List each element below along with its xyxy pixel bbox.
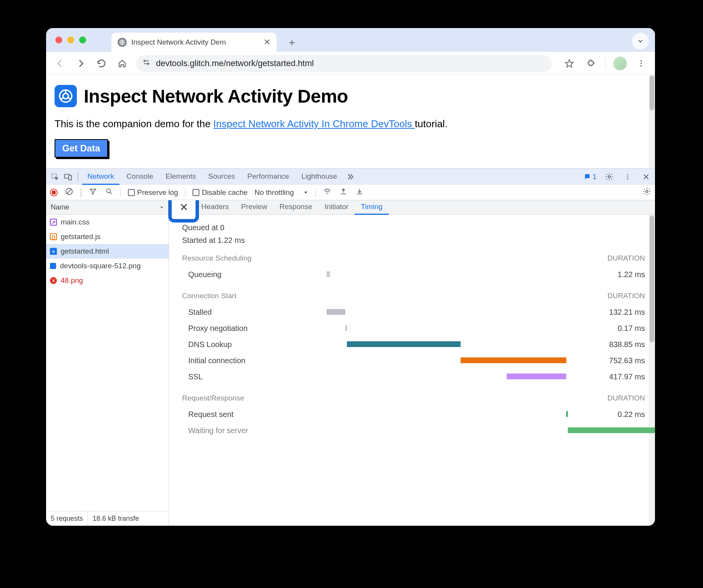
network-toolbar: Preserve log Disable cache No throttling bbox=[46, 185, 655, 200]
name-column-header[interactable]: Name bbox=[46, 200, 169, 215]
clear-icon[interactable] bbox=[65, 187, 74, 198]
section-title: Resource Scheduling bbox=[182, 254, 252, 262]
tab-sources[interactable]: Sources bbox=[203, 169, 240, 185]
menu-icon[interactable] bbox=[634, 56, 648, 70]
svg-point-13 bbox=[627, 176, 628, 178]
svg-point-1 bbox=[144, 60, 146, 62]
page-title: Inspect Network Activity Demo bbox=[84, 86, 348, 107]
timing-row: Stalled132.21 ms bbox=[182, 304, 645, 320]
close-detail-button[interactable]: ✕ bbox=[168, 200, 199, 223]
tab-performance[interactable]: Performance bbox=[242, 169, 295, 185]
forward-button[interactable] bbox=[74, 56, 88, 70]
profile-avatar[interactable] bbox=[613, 57, 627, 70]
timing-row: Waiting for server912.77 ms bbox=[182, 422, 645, 439]
omnibox[interactable]: devtools.glitch.me/network/getstarted.ht… bbox=[136, 55, 552, 72]
request-detail-panel: ✕ Headers Preview Response Initiator Tim… bbox=[169, 200, 655, 526]
more-tabs-icon[interactable] bbox=[344, 171, 356, 183]
network-conditions-icon[interactable] bbox=[323, 187, 332, 198]
timing-label: Request sent bbox=[182, 410, 255, 419]
preserve-log-checkbox[interactable]: Preserve log bbox=[128, 188, 178, 197]
detail-tab-headers[interactable]: Headers bbox=[199, 200, 235, 215]
browser-tab[interactable]: Inspect Network Activity Dem ✕ bbox=[111, 33, 277, 52]
detail-tab-preview[interactable]: Preview bbox=[235, 200, 274, 215]
tab-console[interactable]: Console bbox=[121, 169, 159, 185]
devtools-menu-icon[interactable] bbox=[622, 171, 633, 183]
get-data-button[interactable]: Get Data bbox=[55, 139, 108, 158]
import-har-icon[interactable] bbox=[355, 188, 364, 197]
request-name: getstarted.html bbox=[61, 247, 109, 256]
tab-strip: Inspect Network Activity Dem ✕ + bbox=[46, 28, 655, 52]
page-scrollbar[interactable] bbox=[649, 75, 655, 168]
tab-lighthouse[interactable]: Lighthouse bbox=[296, 169, 343, 185]
network-settings-icon[interactable] bbox=[643, 187, 651, 198]
sort-icon bbox=[159, 205, 164, 210]
timing-label: Initial connection bbox=[182, 356, 255, 365]
close-tab-icon[interactable]: ✕ bbox=[264, 37, 270, 47]
chrome-logo-icon bbox=[55, 85, 77, 107]
timing-value: 417.97 ms bbox=[595, 372, 645, 381]
home-button[interactable] bbox=[115, 56, 129, 70]
duration-header: DURATION bbox=[607, 254, 645, 262]
search-icon[interactable] bbox=[104, 188, 114, 197]
svg-point-2 bbox=[148, 63, 149, 65]
svg-point-17 bbox=[646, 190, 648, 193]
timing-value: 132.21 ms bbox=[595, 308, 645, 317]
duration-header: DURATION bbox=[607, 292, 645, 300]
request-row[interactable]: ✕48.png bbox=[46, 273, 169, 288]
timing-row: SSL417.97 ms bbox=[182, 369, 645, 385]
export-har-icon[interactable] bbox=[339, 188, 348, 197]
record-button[interactable] bbox=[50, 189, 58, 196]
detail-tab-timing[interactable]: Timing bbox=[355, 200, 388, 215]
request-name: devtools-square-512.png bbox=[60, 262, 141, 270]
detail-tab-response[interactable]: Response bbox=[273, 200, 318, 215]
timing-body: Queued at 0 Started at 1.22 ms Resource … bbox=[169, 215, 655, 526]
requests-count: 5 requests bbox=[46, 512, 88, 526]
extensions-icon[interactable] bbox=[584, 56, 598, 70]
minimize-window-icon[interactable] bbox=[67, 37, 74, 43]
timing-row: Proxy negotiation0.17 ms bbox=[182, 320, 645, 336]
globe-icon bbox=[118, 38, 127, 47]
timing-label: SSL bbox=[182, 372, 255, 381]
close-window-icon[interactable] bbox=[55, 37, 62, 43]
request-row[interactable]: ↗main.css bbox=[46, 215, 169, 229]
reload-button[interactable] bbox=[95, 56, 108, 70]
maximize-window-icon[interactable] bbox=[79, 37, 86, 43]
close-devtools-icon[interactable] bbox=[640, 171, 652, 183]
request-row[interactable]: ≡getstarted.html bbox=[46, 244, 169, 259]
filter-icon[interactable] bbox=[88, 188, 98, 197]
bookmark-icon[interactable] bbox=[562, 56, 576, 70]
svg-point-11 bbox=[608, 176, 610, 178]
devtools-tabs: Network Console Elements Sources Perform… bbox=[46, 169, 655, 185]
tutorial-link[interactable]: Inspect Network Activity In Chrome DevTo… bbox=[213, 118, 415, 130]
tab-title: Inspect Network Activity Dem bbox=[131, 38, 226, 47]
started-text: Started at 1.22 ms bbox=[182, 236, 645, 245]
request-row[interactable]: {}getstarted.js bbox=[46, 229, 169, 244]
timing-label: Queueing bbox=[182, 270, 255, 279]
site-settings-icon[interactable] bbox=[142, 58, 151, 68]
duration-header: DURATION bbox=[607, 394, 645, 402]
new-tab-button[interactable]: + bbox=[285, 36, 299, 50]
inspect-element-icon[interactable] bbox=[49, 171, 61, 183]
section-title: Request/Response bbox=[182, 394, 244, 402]
detail-scrollbar[interactable] bbox=[649, 215, 655, 526]
throttling-select[interactable]: No throttling bbox=[255, 188, 308, 197]
svg-point-3 bbox=[640, 60, 642, 61]
back-button[interactable] bbox=[53, 56, 67, 70]
url-bar: devtools.glitch.me/network/getstarted.ht… bbox=[46, 52, 655, 75]
device-toolbar-icon[interactable] bbox=[62, 171, 74, 183]
timing-label: Waiting for server bbox=[182, 426, 255, 435]
detail-tab-initiator[interactable]: Initiator bbox=[318, 200, 355, 215]
tab-elements[interactable]: Elements bbox=[160, 169, 201, 185]
timing-row: Request sent0.22 ms bbox=[182, 406, 645, 422]
url-text: devtools.glitch.me/network/getstarted.ht… bbox=[156, 58, 314, 68]
timing-value: 1.22 ms bbox=[595, 270, 645, 279]
detail-tabs: ✕ Headers Preview Response Initiator Tim… bbox=[169, 200, 655, 215]
request-row[interactable]: devtools-square-512.png bbox=[46, 259, 169, 273]
tab-network[interactable]: Network bbox=[82, 169, 120, 185]
disable-cache-checkbox[interactable]: Disable cache bbox=[192, 188, 247, 197]
timing-value: 0.17 ms bbox=[595, 324, 645, 333]
svg-point-16 bbox=[106, 189, 110, 193]
tabs-dropdown-icon[interactable] bbox=[632, 33, 649, 50]
issues-badge[interactable]: 1 bbox=[583, 173, 597, 181]
settings-icon[interactable] bbox=[604, 171, 615, 183]
